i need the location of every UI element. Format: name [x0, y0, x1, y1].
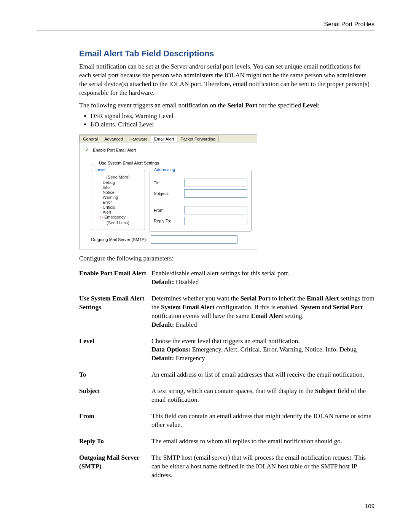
- level-item: -Notice: [100, 190, 141, 195]
- field-label: From: [79, 412, 151, 430]
- level-item-selected: Emergency: [100, 215, 141, 220]
- subject-input[interactable]: [184, 189, 247, 198]
- to-input[interactable]: [184, 179, 247, 187]
- field-label: Level: [79, 337, 151, 363]
- field-label: Use System Email Alert Settings: [79, 294, 151, 329]
- replyto-input[interactable]: [184, 217, 247, 225]
- addressing-fieldset: Addressing To: Subject: From:: [150, 170, 252, 232]
- field-desc: Enable/disable email alert settings for …: [151, 269, 374, 287]
- field-label: Enable Port Email Alert: [79, 269, 151, 287]
- use-system-row: Use System Email Alert Settings: [91, 161, 252, 166]
- level-fieldset: Level (Send More) -Debug -Info -Notice -…: [91, 170, 145, 230]
- configure-text: Configure the following parameters:: [79, 255, 374, 262]
- trigger-bold-2: Level: [303, 102, 318, 109]
- field-desc: Choose the event level that triggers an …: [151, 337, 374, 363]
- level-item: -Alert: [100, 210, 141, 214]
- bullet-list: DSR signal loss, Warning Level I/O alert…: [79, 112, 374, 128]
- use-system-checkbox[interactable]: [91, 161, 96, 166]
- section-title: Email Alert Tab Field Descriptions: [79, 49, 374, 59]
- trigger-bold-1: Serial Port: [227, 102, 257, 109]
- tab-hardware[interactable]: Hardware: [126, 136, 151, 142]
- tab-packet-forwarding[interactable]: Packet Forwarding: [177, 136, 219, 142]
- trigger-line: The following event triggers an email no…: [79, 101, 374, 110]
- field-desc: An email address or list of email addres…: [151, 371, 374, 379]
- field-row: Level Choose the event level that trigge…: [79, 337, 374, 363]
- tab-advanced[interactable]: Advanced: [101, 136, 126, 142]
- smtp-input[interactable]: [151, 235, 237, 244]
- tab-general[interactable]: General: [80, 136, 101, 142]
- trigger-pre: The following event triggers an email no…: [79, 102, 227, 109]
- email-alert-dialog: General Advanced Hardware Email Alert Pa…: [79, 134, 257, 249]
- field-label: To: [79, 371, 151, 379]
- tab-email-alert[interactable]: Email Alert: [151, 136, 178, 142]
- addressing-legend: Addressing: [153, 167, 176, 172]
- trigger-post: :: [318, 102, 320, 109]
- subject-label: Subject:: [154, 191, 180, 196]
- send-more-label: (Send More): [95, 175, 141, 179]
- to-label: To:: [154, 181, 180, 185]
- intro-paragraph: Email notification can be set at the Ser…: [79, 62, 374, 97]
- level-item: -Warning: [100, 195, 141, 200]
- page-header: Serial Port Profiles: [37, 21, 374, 30]
- smtp-label: Outgoing Mail Server (SMTP):: [91, 237, 147, 242]
- send-less-label: (Send Less): [95, 220, 141, 225]
- enable-checkbox[interactable]: [85, 148, 90, 153]
- tab-strip: General Advanced Hardware Email Alert Pa…: [80, 135, 257, 142]
- field-row: Use System Email Alert Settings Determin…: [79, 294, 374, 329]
- replyto-label: Reply To:: [154, 219, 180, 223]
- field-desc: The SMTP host (email server) that will p…: [151, 454, 374, 480]
- field-row: From This field can contain an email add…: [79, 412, 374, 430]
- level-item: -Error: [100, 200, 141, 204]
- field-row: Subject A text string, which can contain…: [79, 387, 374, 404]
- from-label: From:: [154, 208, 180, 212]
- field-label: Outgoing Mail Server (SMTP): [79, 454, 151, 480]
- level-item: -Debug: [100, 180, 141, 185]
- field-desc: This field can contain an email address …: [151, 412, 374, 430]
- bullet-item: I/O alerts, Critical Level: [91, 121, 374, 128]
- trigger-mid: for the specified: [257, 102, 303, 109]
- field-row: Outgoing Mail Server (SMTP) The SMTP hos…: [79, 454, 374, 480]
- enable-row: Enable Port Email Alert: [85, 148, 252, 153]
- level-legend: Level: [94, 167, 107, 172]
- page-number: 109: [37, 503, 374, 509]
- enable-label: Enable Port Email Alert: [93, 148, 136, 152]
- level-item: -Info: [100, 185, 141, 190]
- level-item: -Critical: [100, 205, 141, 209]
- field-label: Subject: [79, 387, 151, 404]
- from-input[interactable]: [184, 206, 247, 214]
- use-system-label: Use System Email Alert Settings: [99, 161, 159, 165]
- field-row: To An email address or list of email add…: [79, 371, 374, 379]
- field-label: Reply To: [79, 437, 151, 446]
- field-desc: A text string, which can contain spaces,…: [151, 387, 374, 404]
- field-desc: The email address to whom all replies to…: [151, 437, 374, 446]
- field-desc: Determines whether you want the Serial P…: [151, 294, 374, 329]
- bullet-item: DSR signal loss, Warning Level: [91, 112, 374, 120]
- level-items: -Debug -Info -Notice -Warning -Error -Cr…: [100, 180, 141, 220]
- field-row: Enable Port Email Alert Enable/disable e…: [79, 269, 374, 287]
- header-title: Serial Port Profiles: [324, 21, 375, 27]
- field-row: Reply To The email address to whom all r…: [79, 437, 374, 446]
